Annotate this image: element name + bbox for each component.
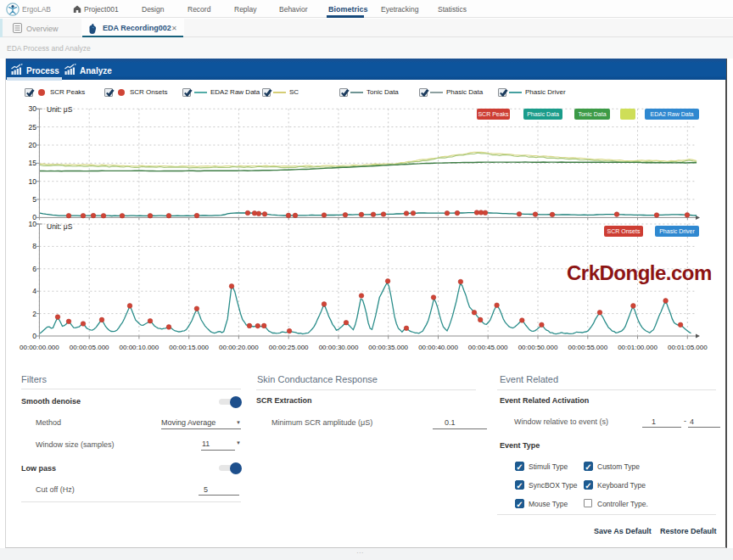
svg-text:10: 10 (29, 177, 37, 186)
svg-text:8: 8 (32, 242, 36, 250)
svg-text:00:00:50.000: 00:00:50.000 (518, 344, 558, 351)
svg-text:00:00:35.000: 00:00:35.000 (368, 344, 408, 351)
svg-text:15: 15 (29, 159, 37, 167)
svg-text:00:01:00.000: 00:01:00.000 (618, 344, 657, 351)
svg-text:10: 10 (29, 220, 37, 228)
svg-text:00:00:40.000: 00:00:40.000 (418, 344, 458, 351)
svg-text:00:00:10.000: 00:00:10.000 (120, 344, 159, 351)
svg-text:Unit: μS: Unit: μS (47, 105, 73, 114)
svg-text:20: 20 (29, 141, 37, 149)
svg-text:00:00:25.000: 00:00:25.000 (269, 344, 309, 351)
svg-text:00:00:00.000: 00:00:00.000 (20, 344, 59, 351)
svg-text:2: 2 (32, 310, 36, 318)
svg-text:4: 4 (32, 287, 36, 295)
svg-text:00:00:30.000: 00:00:30.000 (319, 344, 359, 351)
svg-text:Unit: μS: Unit: μS (47, 222, 73, 231)
svg-text:5: 5 (32, 195, 36, 204)
svg-text:00:00:45.000: 00:00:45.000 (468, 344, 508, 351)
svg-text:0: 0 (32, 332, 36, 340)
svg-text:00:00:55.000: 00:00:55.000 (568, 344, 607, 351)
svg-text:30: 30 (29, 104, 37, 113)
svg-text:25: 25 (29, 123, 37, 132)
svg-text:6: 6 (32, 265, 36, 273)
svg-text:00:00:15.000: 00:00:15.000 (169, 344, 209, 351)
svg-text:00:00:20.000: 00:00:20.000 (219, 344, 259, 351)
svg-text:00:00:05.000: 00:00:05.000 (70, 344, 109, 351)
svg-text:00:01:05.000: 00:01:05.000 (668, 344, 708, 351)
